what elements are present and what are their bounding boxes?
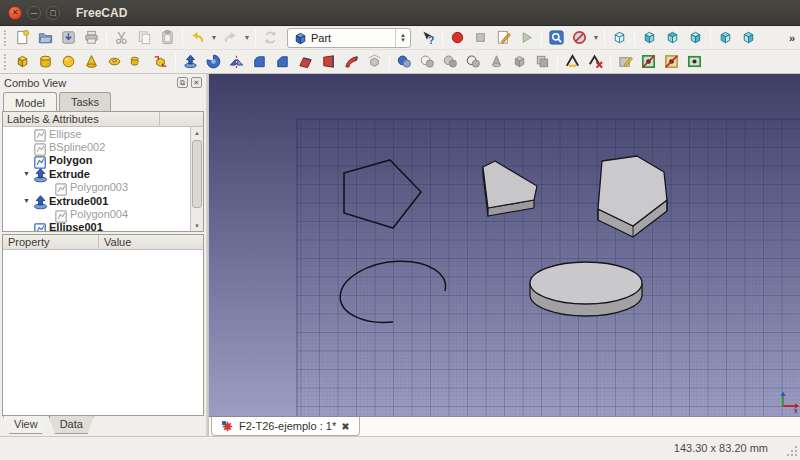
measure-toggle-3d-button[interactable] — [637, 51, 660, 73]
tab-data[interactable]: Data — [49, 416, 94, 434]
part-box-button[interactable] — [11, 51, 34, 73]
extrude-icon — [32, 167, 46, 180]
tree-item-bspline002[interactable]: BSpline002 — [3, 140, 203, 153]
tree-scrollbar[interactable]: ▲ ▼ — [190, 127, 203, 231]
fit-all-button[interactable] — [545, 27, 568, 49]
compound-button[interactable] — [508, 51, 531, 73]
offset-button[interactable] — [363, 51, 386, 73]
undo-dropdown[interactable]: ▼ — [209, 27, 219, 49]
3d-viewport[interactable]: x — [209, 74, 800, 416]
undo-button[interactable] — [186, 27, 209, 49]
axonometric-view-button[interactable] — [608, 27, 631, 49]
shape-builder-button[interactable] — [126, 51, 149, 73]
ruled-surface-button[interactable] — [294, 51, 317, 73]
chamfer-button[interactable] — [271, 51, 294, 73]
whats-this-button[interactable]: ? — [416, 27, 439, 49]
left-view-button[interactable] — [737, 27, 760, 49]
boolean-section-button[interactable] — [462, 51, 485, 73]
extrude-icon — [32, 194, 46, 207]
window-maximize-button[interactable]: ▢ — [46, 6, 60, 20]
right-view-button[interactable] — [684, 27, 707, 49]
scrollbar-thumb[interactable] — [192, 140, 202, 208]
new-document-button[interactable] — [11, 27, 34, 49]
model-tree: Labels & Attributes EllipseBSpline002Pol… — [2, 111, 204, 232]
expander-icon[interactable]: ▼ — [21, 170, 32, 177]
play-icon — [518, 29, 535, 46]
box-selection-icon — [686, 53, 703, 70]
macro-play-button[interactable] — [515, 27, 538, 49]
window-close-button[interactable]: ✕ — [8, 6, 22, 20]
macro-stop-button[interactable] — [469, 27, 492, 49]
property-column-value[interactable]: Value — [99, 235, 131, 249]
open-icon — [37, 29, 54, 46]
extruded-disc-shape[interactable] — [530, 262, 642, 316]
boolean-union-button[interactable] — [393, 51, 416, 73]
workbench-spinner[interactable]: ▲▼ — [395, 29, 410, 47]
mirror-button[interactable] — [225, 51, 248, 73]
tab-tasks[interactable]: Tasks — [59, 92, 111, 111]
clipping-toggle-button[interactable] — [568, 27, 591, 49]
scroll-down-icon[interactable]: ▼ — [191, 220, 203, 231]
sweep-button[interactable] — [340, 51, 363, 73]
scroll-up-icon[interactable]: ▲ — [191, 127, 203, 138]
measure-clear-all-button[interactable] — [584, 51, 607, 73]
boolean-common-button[interactable] — [439, 51, 462, 73]
part-torus-button[interactable] — [103, 51, 126, 73]
tree-header[interactable]: Labels & Attributes — [3, 112, 203, 127]
measure-linear-button[interactable] — [561, 51, 584, 73]
expander-icon[interactable]: ▼ — [21, 197, 32, 204]
copy-button[interactable] — [133, 27, 156, 49]
property-column-property[interactable]: Property — [3, 235, 99, 249]
redo-button[interactable] — [219, 27, 242, 49]
macro-edit-button[interactable] — [492, 27, 515, 49]
boolean-cut-button[interactable] — [416, 51, 439, 73]
macro-record-button[interactable] — [446, 27, 469, 49]
tree-item-ellipse[interactable]: Ellipse — [3, 127, 203, 140]
window-minimize-button[interactable]: — — [27, 6, 41, 20]
resize-grip[interactable] — [786, 445, 798, 457]
redo-dropdown[interactable]: ▼ — [242, 27, 252, 49]
macro-edit-icon — [495, 29, 512, 46]
tree-item-ellipse001[interactable]: Ellipse001 — [3, 221, 203, 232]
open-document-button[interactable] — [34, 27, 57, 49]
paste-button[interactable] — [156, 27, 179, 49]
measure-toggle-delta-button[interactable] — [660, 51, 683, 73]
cross-sections-button[interactable] — [485, 51, 508, 73]
part-cylinder-button[interactable] — [34, 51, 57, 73]
toolbar-drag-handle[interactable] — [4, 54, 9, 70]
refresh-button[interactable] — [259, 27, 282, 49]
tab-view[interactable]: View — [3, 416, 49, 434]
workbench-selector[interactable]: Part ▲▼ — [287, 28, 411, 48]
save-document-button[interactable] — [57, 27, 80, 49]
view-dropdown[interactable]: ▼ — [591, 27, 601, 49]
toolbar-overflow-indicator[interactable]: » — [789, 32, 794, 44]
rear-view-button[interactable] — [714, 27, 737, 49]
print-button[interactable] — [80, 27, 103, 49]
tree-item-extrude[interactable]: ▼Extrude — [3, 167, 203, 180]
panel-float-button[interactable]: ⧉ — [177, 77, 188, 88]
toolbar-drag-handle[interactable] — [4, 30, 9, 46]
box-selection-button[interactable] — [683, 51, 706, 73]
extrude-button[interactable] — [179, 51, 202, 73]
document-tab[interactable]: F2-T26-ejemplo : 1* ✖ — [211, 417, 360, 436]
measure-toggle-all-button[interactable] — [614, 51, 637, 73]
bool-union-icon — [396, 53, 413, 70]
create-primitives-button[interactable] — [149, 51, 172, 73]
tab-model[interactable]: Model — [3, 92, 57, 112]
part-sphere-button[interactable] — [57, 51, 80, 73]
cut-button[interactable] — [110, 27, 133, 49]
panel-close-button[interactable]: ✕ — [191, 77, 202, 88]
loft-button[interactable] — [317, 51, 340, 73]
top-view-button[interactable] — [661, 27, 684, 49]
tree-item-extrude001[interactable]: ▼Extrude001 — [3, 194, 203, 207]
revolve-button[interactable] — [202, 51, 225, 73]
document-tab-close-icon[interactable]: ✖ — [341, 421, 349, 432]
compound-icon — [511, 53, 528, 70]
fillet-button[interactable] — [248, 51, 271, 73]
stop-icon — [472, 29, 489, 46]
sketch-icon — [32, 154, 46, 167]
part-cone-button[interactable] — [80, 51, 103, 73]
tree-item-polygon[interactable]: Polygon — [3, 154, 203, 167]
compsolid-button[interactable] — [531, 51, 554, 73]
front-view-button[interactable] — [638, 27, 661, 49]
